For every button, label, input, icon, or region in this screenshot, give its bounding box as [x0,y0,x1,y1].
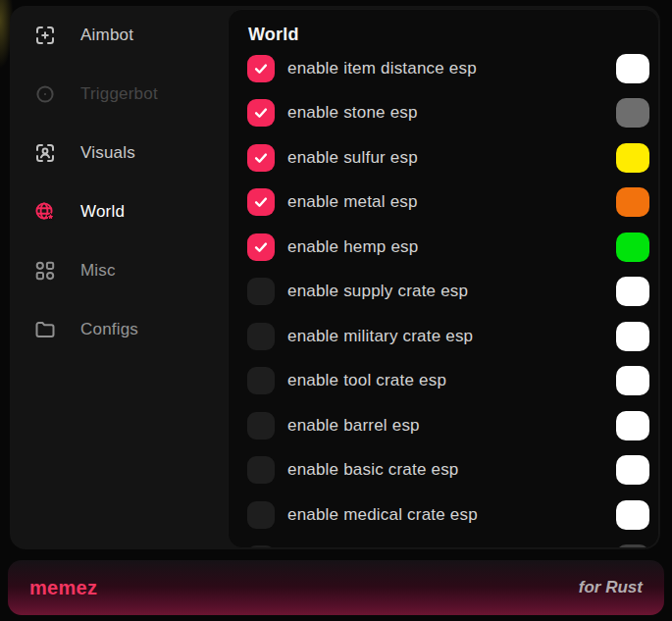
tagline-label: for Rust [579,578,643,597]
sidebar-item-label: Aimbot [80,26,133,45]
checked-checkbox-stone-esp[interactable] [247,99,275,127]
cheat-menu-window: Aimbot Triggerbot Visuals World Misc [10,6,660,549]
sidebar-item-triggerbot[interactable]: Triggerbot [10,65,229,124]
visuals-icon [33,141,57,165]
color-swatch-item-distance-esp[interactable] [616,54,649,83]
esp-option-label: enable barrel esp [287,416,616,436]
page-title: World [248,25,658,45]
unchecked-checkbox-barrel-esp[interactable] [247,412,275,440]
sidebar-item-label: Misc [80,261,116,281]
esp-option-label: enable basic crate esp [287,460,616,480]
color-swatch-medical-crate-esp[interactable] [616,500,649,530]
sidebar-item-label: Configs [80,320,138,339]
color-swatch-stone-esp[interactable] [616,98,649,128]
esp-option-row-military-crate-esp: enable military crate esp [229,314,658,359]
color-swatch-barrel-esp[interactable] [616,411,649,440]
color-swatch-military-crate-esp[interactable] [616,322,649,351]
color-swatch-supply-crate-esp[interactable] [616,277,649,306]
color-swatch-basic-crate-esp[interactable] [616,455,649,485]
color-swatch-tool-crate-esp[interactable] [616,366,649,395]
esp-option-row-metal-esp: enable metal esp [229,181,658,226]
sidebar-item-aimbot[interactable]: Aimbot [10,6,229,65]
brand-label: memez [29,577,97,599]
esp-option-label: enable sulfur esp [287,148,616,168]
check-icon [252,193,270,211]
esp-option-label: enable tool crate esp [287,371,616,390]
checked-checkbox-hemp-esp[interactable] [247,233,275,261]
triggerbot-icon [33,82,57,106]
misc-icon [33,259,57,283]
esp-option-row-partial-row [229,538,658,548]
unchecked-checkbox-medical-crate-esp[interactable] [247,501,275,529]
world-icon [33,200,57,224]
color-swatch-partial-row[interactable] [616,544,649,547]
footer-bar: memez for Rust [8,560,664,615]
esp-option-row-tool-crate-esp: enable tool crate esp [229,359,658,404]
checked-checkbox-sulfur-esp[interactable] [247,144,275,172]
esp-option-label: enable medical crate esp [287,505,616,525]
esp-option-row-barrel-esp: enable barrel esp [229,403,658,448]
color-swatch-hemp-esp[interactable] [616,233,649,262]
unchecked-checkbox-basic-crate-esp[interactable] [247,456,275,484]
esp-option-label: enable item distance esp [287,59,616,78]
unchecked-checkbox-tool-crate-esp[interactable] [247,367,275,394]
esp-option-row-basic-crate-esp: enable basic crate esp [229,448,658,493]
color-swatch-metal-esp[interactable] [616,187,649,217]
checked-checkbox-metal-esp[interactable] [247,188,275,216]
aimbot-icon [33,24,57,47]
unchecked-checkbox-partial-row[interactable] [247,545,275,547]
world-panel: World enable item distance esp enable st… [229,10,658,547]
check-icon [252,104,270,122]
esp-option-row-stone-esp: enable stone esp [229,91,658,136]
esp-option-label: enable supply crate esp [287,282,616,301]
sidebar-item-misc[interactable]: Misc [10,241,229,300]
color-swatch-sulfur-esp[interactable] [616,143,649,173]
sidebar-item-configs[interactable]: Configs [10,300,229,359]
esp-option-row-sulfur-esp: enable sulfur esp [229,135,658,181]
check-icon [252,60,270,78]
check-icon [252,238,270,256]
esp-option-label: enable hemp esp [287,237,616,257]
sidebar-item-label: Visuals [80,143,135,163]
unchecked-checkbox-supply-crate-esp[interactable] [247,278,275,305]
sidebar-item-label: Triggerbot [80,84,158,104]
check-icon [252,149,270,167]
esp-option-row-medical-crate-esp: enable medical crate esp [229,492,658,538]
configs-icon [33,318,57,341]
esp-option-label: enable metal esp [287,192,616,212]
esp-options-list: enable item distance esp enable stone es… [229,46,658,547]
esp-option-row-hemp-esp: enable hemp esp [229,225,658,270]
sidebar-item-visuals[interactable]: Visuals [10,124,229,182]
sidebar-item-label: World [80,202,125,222]
esp-option-label: enable military crate esp [287,327,616,346]
checked-checkbox-item-distance-esp[interactable] [247,55,275,82]
sidebar: Aimbot Triggerbot Visuals World Misc [10,6,229,549]
unchecked-checkbox-military-crate-esp[interactable] [247,323,275,350]
esp-option-row-item-distance-esp: enable item distance esp [229,46,658,91]
sidebar-item-world[interactable]: World [10,182,229,241]
esp-option-row-supply-crate-esp: enable supply crate esp [229,270,658,315]
esp-option-label: enable stone esp [287,103,616,123]
